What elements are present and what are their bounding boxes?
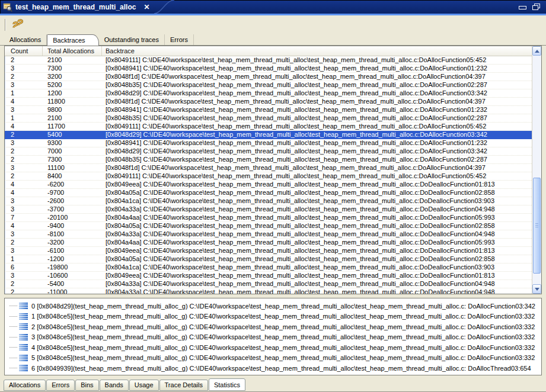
link-sessions-button[interactable] [11,19,25,31]
table-body: 2 2100 [0x8049111] C:\IDE40\workspace\te… [5,56,532,294]
table-row[interactable]: 2 2100 [0x8049111] C:\IDE40\workspace\te… [5,56,532,65]
table-row[interactable]: 4 -9400 [0x804a05a] C:\IDE40\workspace\t… [5,222,532,230]
memory-analysis-view: test_heap_mem_thread_multi_alloc ✕ Alloc… [0,0,546,392]
trace-frame-row[interactable]: 1 [0x8048ce5](test_heap_mem_thread_multi… [5,311,541,322]
bottom-tab[interactable]: Trace Details [159,380,208,391]
table-row[interactable]: 6 -19800 [0x804a1ca] C:\IDE40\workspace\… [5,264,532,272]
table-row[interactable]: 4 -6200 [0x8049eea] C:\IDE40\workspace\t… [5,181,532,189]
table-row[interactable]: 1 1200 [0x8048d29] C:\IDE40\workspace\te… [5,89,532,98]
cell-backtrace: [0x804a33a] C:\IDE40\workspace\test_heap… [102,230,532,238]
bottom-tab[interactable]: Errors [46,380,75,391]
cell-backtrace: [0x8048d29] C:\IDE40\workspace\test_heap… [102,89,532,97]
trace-frame-row[interactable]: 5 [0x8048ce5](test_heap_mem_thread_multi… [5,353,541,364]
table-row[interactable]: 3 7300 [0x8048941] C:\IDE40\workspace\te… [5,65,532,73]
cell-count: 2 [5,73,43,81]
maximize-icon [532,4,540,10]
trace-frame-row[interactable]: 6 [0x8049939](test_heap_mem_thread_multi… [5,363,541,374]
cell-total-allocations: -3200 [43,239,102,246]
table-row[interactable]: 2 7300 [0x8048b35] C:\IDE40\workspace\te… [5,156,532,164]
cell-count: 2 [5,131,43,139]
cell-backtrace: [0x804a33a] C:\IDE40\workspace\test_heap… [102,288,532,294]
table-row[interactable]: 1 -1200 [0x804a05a] C:\IDE40\workspace\t… [5,255,532,264]
table-row[interactable]: 3 -3700 [0x804a33a] C:\IDE40\workspace\t… [5,205,532,214]
table-row[interactable]: 4 11800 [0x8048f1d] C:\IDE40\workspace\t… [5,98,532,106]
bottom-tab[interactable]: Allocations [4,380,46,391]
table-row[interactable]: 3 9800 [0x8048941] C:\IDE40\workspace\te… [5,106,532,114]
cell-total-allocations: 5400 [43,131,102,139]
cell-backtrace: [0x8048d29] C:\IDE40\workspace\test_heap… [102,131,532,139]
page-tab[interactable]: Outstanding traces [99,34,165,45]
bottom-tab-label: Statistics [214,381,240,388]
cell-count: 2 [5,239,43,246]
table-row[interactable]: 3 -10600 [0x8049eea] C:\IDE40\workspace\… [5,272,532,280]
table-row[interactable]: 2 8400 [0x8049111] C:\IDE40\workspace\te… [5,172,532,181]
view-titlebar: test_heap_mem_thread_multi_alloc ✕ [0,0,546,14]
stack-frame-icon [19,334,28,340]
table-row[interactable]: 2 7000 [0x8048d29] C:\IDE40\workspace\te… [5,147,532,156]
page-tabs: Allocations Backtraces Outstanding trace… [0,34,546,46]
table-row[interactable]: 7 -20100 [0x804a4aa] C:\IDE40\workspace\… [5,214,532,222]
table-row[interactable]: 1 2100 [0x8048b35] C:\IDE40\workspace\te… [5,114,532,123]
vertical-scrollbar[interactable] [532,46,541,294]
bottom-tab[interactable]: Statistics [209,378,245,391]
table-row[interactable]: 3 9300 [0x8048941] C:\IDE40\workspace\te… [5,139,532,147]
trace-frame-text: 0 [0x8048d29](test_heap_mem_thread_multi… [31,303,535,310]
cell-backtrace: [0x8048b35] C:\IDE40\workspace\test_heap… [102,156,532,163]
table-row[interactable]: 2 -5400 [0x804a33a] C:\IDE40\workspace\t… [5,280,532,288]
cell-count: 3 [5,230,43,238]
cell-count: 2 [5,156,43,163]
table-row[interactable]: 2 5400 [0x8048d29] C:\IDE40\workspace\te… [5,131,532,139]
trace-frame-row[interactable]: 3 [0x8048ce5](test_heap_mem_thread_multi… [5,332,541,343]
tree-line [9,358,17,358]
page-tab[interactable]: Errors [165,34,194,45]
cell-backtrace: [0x804a1ca] C:\IDE40\workspace\test_heap… [102,197,532,205]
scroll-down-button[interactable] [532,284,541,294]
scrollbar-thumb[interactable] [533,178,541,274]
page-tab[interactable]: Backtraces [47,34,98,46]
page-tab-label: Outstanding traces [104,36,159,43]
table-row[interactable]: 4 -9700 [0x804a05a] C:\IDE40\workspace\t… [5,189,532,197]
gold-links-icon [11,19,25,31]
cell-total-allocations: 8400 [43,172,102,180]
table-row[interactable]: 2 3200 [0x8048f1d] C:\IDE40\workspace\te… [5,73,532,81]
table-row[interactable]: 2 -3200 [0x804a4aa] C:\IDE40\workspace\t… [5,239,532,247]
cell-total-allocations: 11800 [43,98,102,105]
stack-frame-icon [19,323,28,330]
table-row[interactable]: 4 11700 [0x8049111] C:\IDE40\workspace\t… [5,123,532,131]
bottom-tab[interactable]: Bins [75,380,98,391]
column-header-count[interactable]: Count [5,46,43,56]
cell-total-allocations: -11000 [43,288,102,294]
cell-backtrace: [0x804a33a] C:\IDE40\workspace\test_heap… [102,280,532,288]
bottom-tab[interactable]: Usage [129,380,159,391]
table-row[interactable]: 2 -11000 [0x804a33a] C:\IDE40\workspace\… [5,288,532,294]
maximize-button[interactable] [532,4,540,10]
cell-total-allocations: -5400 [43,280,102,288]
table-row[interactable]: 3 -8100 [0x804a33a] C:\IDE40\workspace\t… [5,230,532,239]
minimize-button[interactable] [519,5,526,9]
cell-total-allocations: -9400 [43,222,102,230]
tree-line [9,347,17,348]
bottom-tab[interactable]: Bands [100,380,129,391]
scroll-up-button[interactable] [532,46,541,56]
page-tab-label: Backtraces [53,37,85,44]
table-row[interactable]: 3 11100 [0x8048f1d] C:\IDE40\workspace\t… [5,164,532,172]
table-row[interactable]: 3 -2600 [0x804a1ca] C:\IDE40\workspace\t… [5,197,532,205]
cell-backtrace: [0x8049eea] C:\IDE40\workspace\test_heap… [102,181,532,188]
column-header-total-allocations[interactable]: Total Allocations [43,46,102,56]
trace-frame-row[interactable]: 2 [0x8048ce5](test_heap_mem_thread_multi… [5,322,541,332]
bottom-tab-label: Usage [135,381,154,388]
cell-backtrace: [0x8048f1d] C:\IDE40\workspace\test_heap… [102,164,532,172]
view-tab[interactable]: test_heap_mem_thread_multi_alloc ✕ [0,0,153,14]
view-toolbar [0,15,546,34]
page-tab[interactable]: Allocations [4,34,47,45]
table-row[interactable]: 3 5200 [0x8048b35] C:\IDE40\workspace\te… [5,81,532,89]
close-icon[interactable]: ✕ [143,3,149,11]
table-row[interactable]: 3 -6100 [0x8049eea] C:\IDE40\workspace\t… [5,247,532,255]
column-header-backtrace[interactable]: Backtrace [102,46,541,56]
trace-frame-row[interactable]: 4 [0x8048ce5](test_heap_mem_thread_multi… [5,342,541,353]
bottom-tab-label: Bands [105,381,123,388]
cell-count: 4 [5,222,43,230]
cell-backtrace: [0x8048f1d] C:\IDE40\workspace\test_heap… [102,98,532,105]
trace-frame-row[interactable]: 0 [0x8048d29](test_heap_mem_thread_multi… [5,301,541,311]
trace-frame-text: 6 [0x8049939](test_heap_mem_thread_multi… [31,365,531,372]
